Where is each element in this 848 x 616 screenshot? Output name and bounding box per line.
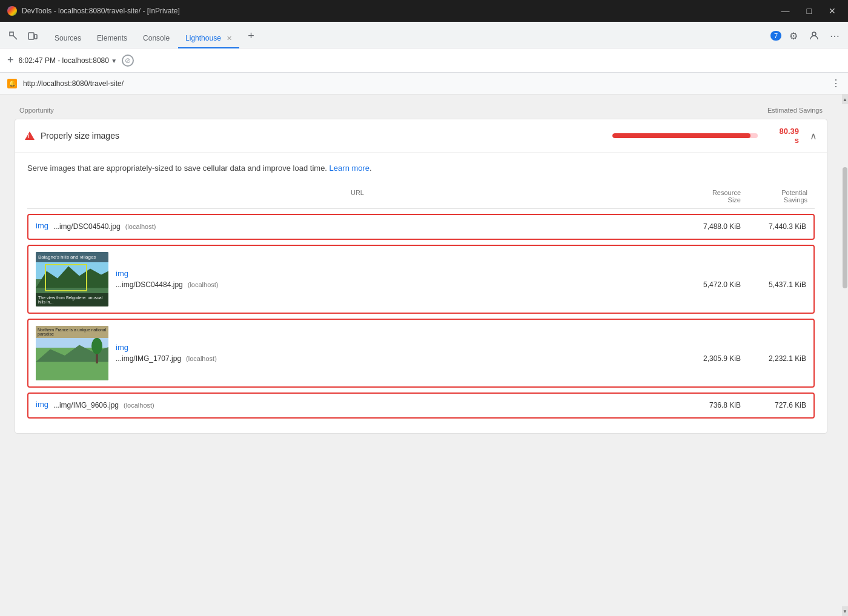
urlbar-time: 6:02:47 PM - localhost:8080 ▼: [19, 56, 118, 65]
urlbar: + 6:02:47 PM - localhost:8080 ▼ ⊘: [0, 48, 848, 73]
row-2-content: img ...img/DSC04484.jpg (localhost) 5,47…: [116, 269, 806, 289]
audit-table-header: URL ResourceSize PotentialSavings: [27, 184, 815, 209]
breadcrumb-url: http://localhost:8080/travel-site/: [23, 79, 825, 88]
row-2-resource-size: 5,472.0 KiB: [686, 280, 741, 289]
row-3-filename: ...img/IMG_1707.jpg: [116, 354, 181, 363]
main-content: Opportunity Estimated Savings Properly s…: [0, 94, 848, 616]
col-header-resource: ResourceSize: [680, 189, 741, 204]
scroll-up-arrow[interactable]: ▲: [842, 94, 848, 104]
svg-rect-2: [28, 33, 34, 39]
row-3-savings: 2,232.1 KiB: [746, 354, 806, 363]
col-header-url: URL: [35, 189, 680, 204]
row-1-savings: 7,440.3 KiB: [746, 222, 806, 231]
devtools-tabbar: Sources Elements Console Lighthouse ✕ + …: [0, 22, 848, 48]
audit-score-bar: [612, 133, 758, 138]
row-2-details: ...img/DSC04484.jpg (localhost) 5,472.0 …: [116, 280, 806, 289]
user-button[interactable]: [806, 27, 823, 44]
url-dropdown[interactable]: ▼: [111, 58, 117, 64]
svg-rect-3: [35, 35, 37, 39]
warning-icon: [25, 131, 35, 140]
scrollbar[interactable]: ▲ ▼: [842, 94, 848, 616]
tab-sources[interactable]: Sources: [47, 29, 88, 48]
row-3-details: ...img/IMG_1707.jpg (localhost) 2,305.9 …: [116, 354, 806, 363]
row-2-host: (localhost): [188, 281, 219, 288]
more-button[interactable]: ⋯: [826, 27, 843, 44]
row-3-resource-size: 2,305.9 KiB: [686, 354, 741, 363]
row-3-content: img ...img/IMG_1707.jpg (localhost) 2,30…: [116, 343, 806, 363]
row-4-resource-size: 736.8 KiB: [686, 401, 741, 409]
tab-lighthouse[interactable]: Lighthouse ✕: [178, 29, 239, 48]
learn-more-link[interactable]: Learn more: [330, 164, 369, 173]
close-button[interactable]: ✕: [824, 5, 841, 17]
estimated-savings-label: Estimated Savings: [767, 107, 823, 114]
minimize-button[interactable]: —: [777, 5, 795, 17]
breadcrumb-more-button[interactable]: ⋮: [831, 78, 841, 89]
audit-score-bar-fill: [612, 133, 750, 138]
row-2-img-label[interactable]: img: [116, 269, 806, 278]
audit-row-4: img ...img/IMG_9606.jpg (localhost) 736.…: [27, 392, 815, 419]
thumbnail-1-highlight-rect: [45, 264, 87, 291]
audit-row-2: Balagne's hills and villages The view fr…: [27, 245, 815, 314]
content-area: Opportunity Estimated Savings Properly s…: [0, 94, 842, 616]
row-2-savings: 5,437.1 KiB: [746, 280, 806, 289]
thumbnail-1-bg: Balagne's hills and villages The view fr…: [36, 252, 108, 306]
tab-console[interactable]: Console: [136, 29, 177, 48]
favicon-icon: 🔔: [7, 79, 17, 88]
tab-elements[interactable]: Elements: [90, 29, 134, 48]
thumbnail-2-caption: Northern France is a unique national par…: [36, 326, 108, 338]
row-3-host: (localhost): [186, 355, 217, 362]
svg-line-1: [13, 36, 17, 39]
row-3-img-label[interactable]: img: [116, 343, 806, 352]
lighthouse-panel: Opportunity Estimated Savings Properly s…: [15, 104, 827, 434]
row-4-img-label[interactable]: img: [36, 400, 48, 409]
devtools-icons: [5, 27, 41, 48]
titlebar-left: DevTools - localhost:8080/travel-site/ -…: [7, 6, 180, 16]
scrollbar-thumb[interactable]: [843, 167, 847, 288]
audit-header[interactable]: Properly size images 80.39s ∧: [15, 119, 827, 152]
audit-description: Serve images that are appropriately-size…: [27, 162, 815, 174]
row-4-host: (localhost): [124, 402, 154, 409]
row-1-resource-size: 7,488.0 KiB: [686, 222, 741, 231]
row-1-host: (localhost): [125, 223, 156, 230]
opportunity-label: Opportunity: [19, 107, 54, 114]
devtools-favicon: [7, 6, 17, 16]
settings-button[interactable]: ⚙: [785, 27, 802, 44]
breadcrumb: 🔔 http://localhost:8080/travel-site/ ⋮: [0, 73, 848, 94]
tab-lighthouse-close[interactable]: ✕: [227, 35, 232, 42]
row-2-filename: ...img/DSC04484.jpg: [116, 280, 183, 289]
titlebar-title: DevTools - localhost:8080/travel-site/ -…: [22, 7, 180, 15]
thumbnail-1-caption-top: Balagne's hills and villages: [36, 252, 108, 262]
titlebar: DevTools - localhost:8080/travel-site/ -…: [0, 0, 848, 22]
maximize-button[interactable]: □: [802, 5, 817, 17]
badge-count: 7: [770, 31, 781, 41]
audit-score-value: 80.39s: [769, 127, 799, 145]
row-4-filename: ...img/IMG_9606.jpg: [53, 401, 119, 409]
row-1-filename: ...img/DSC04540.jpg: [53, 222, 121, 231]
titlebar-controls: — □ ✕: [777, 5, 841, 17]
row-4-savings: 727.6 KiB: [746, 401, 806, 409]
tabbar-right: 7 ⚙ ⋯: [770, 27, 843, 48]
col-header-savings: PotentialSavings: [741, 189, 807, 204]
inspect-button[interactable]: [5, 27, 22, 44]
table-column-headers: Opportunity Estimated Savings: [15, 104, 827, 119]
row-3-thumbnail: Northern France is a unique national par…: [36, 326, 108, 380]
thumbnail-1-caption-bottom: The view from Belgodere: unusual hills i…: [36, 293, 108, 306]
scroll-down-arrow[interactable]: ▼: [842, 606, 848, 616]
svg-point-4: [812, 32, 816, 36]
device-toggle-button[interactable]: [24, 27, 41, 44]
audit-title: Properly size images: [41, 131, 606, 141]
urlbar-add-button[interactable]: +: [7, 54, 14, 67]
svg-point-6: [91, 337, 102, 354]
svg-rect-0: [10, 32, 13, 36]
thumbnail-2-tree: [91, 336, 102, 363]
thumbnail-2-bg: Northern France is a unique national par…: [36, 326, 108, 380]
audit-body: Serve images that are appropriately-size…: [15, 152, 827, 433]
row-2-thumbnail: Balagne's hills and villages The view fr…: [36, 252, 108, 306]
row-1-img-label[interactable]: img: [36, 221, 48, 230]
audit-row-3: Northern France is a unique national par…: [27, 319, 815, 388]
add-tab-button[interactable]: +: [240, 25, 262, 48]
audit-card: Properly size images 80.39s ∧ Serve imag…: [15, 119, 827, 434]
stop-button[interactable]: ⊘: [122, 55, 134, 67]
audit-collapse-button[interactable]: ∧: [810, 130, 817, 142]
audit-row-1: img ...img/DSC04540.jpg (localhost) 7,48…: [27, 214, 815, 240]
